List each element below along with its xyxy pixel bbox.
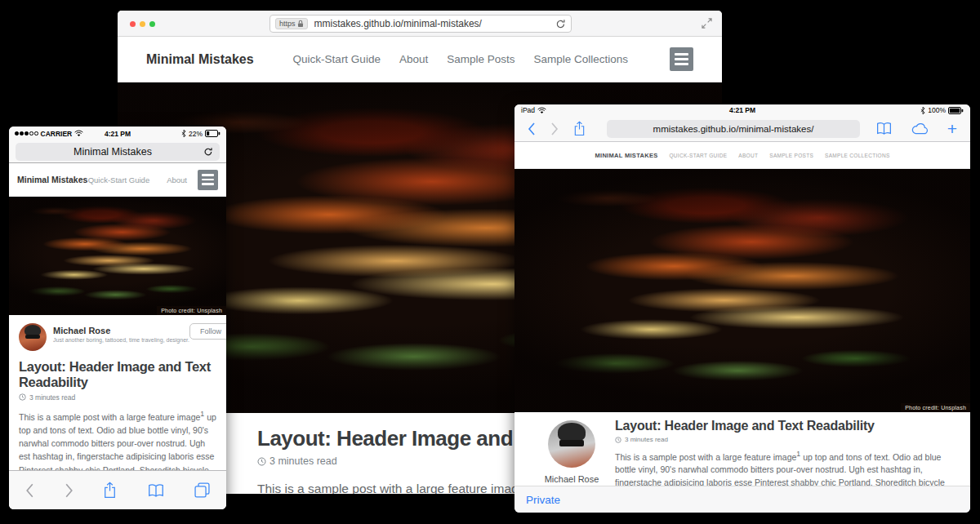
site-title-link[interactable]: Minimal Mistakes [17, 175, 87, 184]
reload-button[interactable] [203, 147, 213, 157]
url-text: mmistakes.github.io/minimal-mistakes/ [314, 18, 555, 29]
nav-sample-posts[interactable]: SAMPLE POSTS [769, 153, 813, 158]
read-time: 3 minutes read [29, 393, 75, 402]
nav-about[interactable]: About [167, 175, 187, 184]
wifi-icon [537, 107, 546, 114]
chevron-right-icon [65, 483, 74, 498]
site-title-link[interactable]: Minimal Mistakes [146, 52, 254, 67]
status-time: 4:21 PM [514, 106, 970, 114]
zoom-window-button[interactable] [149, 21, 155, 27]
chevron-left-icon [528, 122, 536, 135]
follow-button[interactable]: Follow [189, 323, 226, 340]
chevron-left-icon [25, 483, 34, 498]
cloud-icon [911, 122, 929, 135]
read-time: 3 minutes read [625, 436, 668, 443]
post-title: Layout: Header Image and Text Readabilit… [615, 419, 954, 433]
author-bio: Just another boring, tattooed, time trav… [53, 337, 189, 343]
nav-sample-posts[interactable]: Sample Posts [447, 53, 514, 65]
nav-quick-start-guide[interactable]: Quick-Start Guide [88, 175, 150, 184]
post-content: Michael Rose Just another boring, tattoo… [514, 412, 970, 486]
https-badge: https [275, 18, 308, 29]
iphone-status-bar: CARRIER 4:21 PM 22% [9, 127, 226, 140]
forward-button[interactable] [550, 122, 559, 135]
icloud-tabs-button[interactable] [911, 122, 929, 135]
ipad-status-bar: iPad 4:21 PM 100% [514, 104, 970, 116]
hamburger-icon [675, 53, 688, 56]
close-window-button[interactable] [130, 21, 136, 27]
share-icon [573, 121, 586, 136]
reload-button[interactable] [555, 19, 566, 29]
safari-toolbar: mmistakes.github.io/minimal-mistakes/ + [514, 116, 970, 142]
private-button[interactable]: Private [526, 494, 560, 506]
site-masthead: MINIMAL MISTAKES QUICK-START GUIDE ABOUT… [514, 142, 970, 169]
ipad-safari-window: iPad 4:21 PM 100% [514, 104, 970, 513]
clock-icon [257, 457, 266, 466]
site-masthead: Minimal Mistakes Quick-Start Guide About [9, 163, 226, 197]
fullscreen-button[interactable] [702, 18, 712, 29]
paragraph-text: This is a sample post with a large featu… [615, 452, 796, 462]
bluetooth-icon [181, 130, 186, 137]
avatar [548, 420, 595, 468]
nav-quick-start-guide[interactable]: QUICK-START GUIDE [670, 153, 728, 158]
author-block: Michael Rose Just another boring, tattoo… [19, 323, 216, 351]
browser-toolbar: https mmistakes.github.io/minimal-mistak… [118, 11, 722, 37]
author-block: Michael Rose Just another boring, tattoo… [529, 420, 614, 495]
nav-quick-start-guide[interactable]: Quick-Start Guide [293, 53, 381, 65]
chevron-right-icon [550, 122, 559, 135]
battery-icon [948, 107, 964, 114]
battery-percent: 100% [928, 106, 946, 114]
post-meta: 3 minutes read [615, 436, 954, 443]
lock-icon [297, 20, 304, 28]
nav-sample-collections[interactable]: Sample Collections [533, 53, 628, 65]
menu-button[interactable] [198, 170, 218, 190]
battery-percent: 22% [189, 130, 203, 138]
device-label: iPad [521, 106, 535, 114]
https-label: https [279, 20, 296, 28]
bookmarks-button[interactable] [147, 483, 165, 498]
author-name: Michael Rose [53, 326, 189, 335]
address-bar[interactable]: https mmistakes.github.io/minimal-mistak… [270, 15, 572, 33]
expand-icon [702, 18, 712, 29]
nav-sample-collections[interactable]: SAMPLE COLLECTIONS [825, 153, 889, 158]
post-title: Layout: Header Image and Text Readabilit… [19, 359, 216, 391]
address-field[interactable]: Minimal Mistakes [16, 143, 220, 161]
battery-icon [205, 130, 220, 137]
clock-icon [615, 437, 621, 443]
feature-image: Photo credit: Unsplash [9, 197, 226, 315]
minimize-window-button[interactable] [140, 21, 145, 27]
new-tab-button[interactable]: + [947, 120, 957, 137]
share-button[interactable] [103, 482, 117, 499]
avatar [19, 323, 47, 351]
bluetooth-icon [920, 107, 925, 114]
site-title-link[interactable]: MINIMAL MISTAKES [595, 152, 657, 159]
share-icon [103, 482, 117, 499]
forward-button[interactable] [65, 483, 74, 498]
nav-about[interactable]: ABOUT [738, 153, 758, 158]
site-masthead: Minimal Mistakes Quick-Start Guide About… [118, 37, 722, 82]
private-browsing-bar: Private [514, 486, 970, 513]
iphone-safari-window: CARRIER 4:21 PM 22% Minim [9, 127, 226, 509]
post-meta: 3 minutes read [19, 393, 216, 402]
tabs-button[interactable] [194, 482, 210, 498]
share-button[interactable] [573, 121, 586, 136]
photo-credit: Photo credit: Unsplash [901, 403, 970, 412]
clock-icon [19, 393, 26, 401]
nav-about[interactable]: About [399, 53, 428, 65]
reload-icon [203, 147, 213, 157]
address-field[interactable]: mmistakes.github.io/minimal-mistakes/ [607, 120, 860, 138]
reload-icon [555, 19, 566, 29]
bookmarks-button[interactable] [875, 122, 893, 135]
composite-canvas: https mmistakes.github.io/minimal-mistak… [0, 0, 980, 524]
iphone-url-bar: Minimal Mistakes [9, 140, 226, 163]
menu-button[interactable] [670, 47, 693, 71]
safari-bottom-toolbar [9, 470, 226, 509]
book-icon [875, 122, 893, 135]
tabs-icon [194, 482, 210, 498]
hamburger-icon [202, 174, 214, 176]
back-button[interactable] [528, 122, 536, 135]
paragraph-text: This is a sample post with a large featu… [257, 482, 525, 494]
photo-credit: Photo credit: Unsplash [157, 306, 226, 315]
back-button[interactable] [25, 483, 34, 498]
window-controls [130, 21, 155, 27]
paragraph-text: This is a sample post with a large featu… [19, 411, 200, 421]
